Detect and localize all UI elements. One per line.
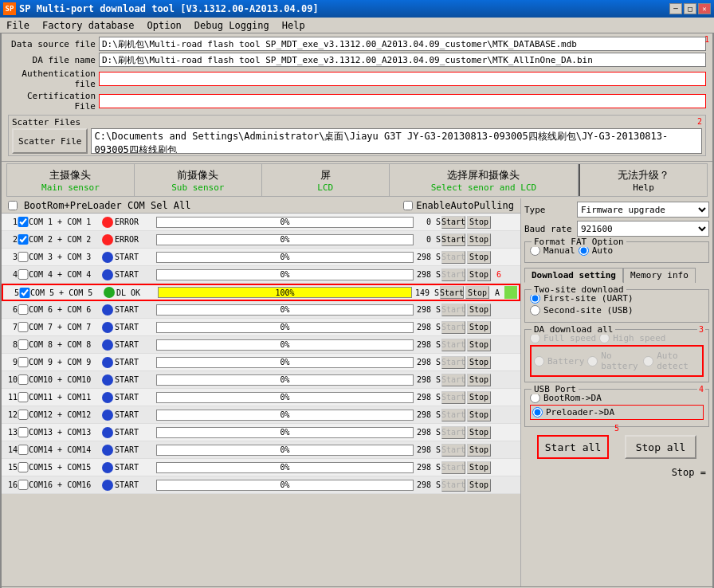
tab-select-sensor[interactable]: 选择屏和摄像头 Select senor and LCD [390, 164, 579, 196]
close-button[interactable]: ✕ [698, 3, 711, 14]
com-green-indicator [504, 286, 517, 299]
com-start-button[interactable]: Start [441, 216, 465, 229]
auto-detect-radio[interactable] [643, 356, 653, 367]
com-checkbox[interactable] [18, 252, 29, 262]
com-checkbox[interactable] [18, 357, 29, 367]
baud-select[interactable]: 921600 [577, 221, 709, 237]
table-row: 8 COM 8 + COM 8 START 0% 298 S Start Sto… [2, 336, 520, 354]
com-stop-button[interactable]: Stop [467, 269, 491, 281]
com-name: COM15 + COM15 [29, 463, 100, 472]
com-stop-button[interactable]: Stop [467, 409, 491, 421]
sub-sensor-en: Sub sensor [171, 182, 224, 193]
com-checkbox[interactable] [18, 339, 29, 350]
com-stop-button[interactable]: Stop [467, 339, 491, 351]
marker-2: 2 [697, 117, 702, 126]
second-site-radio[interactable] [530, 305, 540, 316]
com-dot [102, 234, 113, 245]
preloader-da-row: Preloader->DA [530, 405, 704, 420]
com-checkbox[interactable] [18, 304, 29, 315]
com-status: START [115, 253, 155, 261]
tab-help[interactable]: 无法升级？ Help [579, 164, 707, 196]
type-select[interactable]: Firmware upgrade [577, 202, 709, 218]
menu-debug[interactable]: Debug Logging [191, 18, 273, 33]
stop-all-button[interactable]: Stop all [625, 435, 696, 459]
row-num: 1 [3, 218, 18, 226]
menu-factory[interactable]: Factory database [39, 18, 138, 33]
com-time: 0 S [415, 235, 441, 244]
row-num: 5 [5, 288, 19, 297]
com-stop-button[interactable]: Stop [467, 461, 491, 474]
com-checkbox[interactable] [18, 410, 29, 420]
com-stop-button[interactable]: Stop [467, 233, 491, 246]
minimize-button[interactable]: ─ [669, 3, 682, 14]
com-stop-button[interactable]: Stop [467, 374, 491, 386]
no-battery-radio[interactable] [587, 356, 598, 367]
auth-file-input[interactable] [99, 72, 706, 86]
table-row: 14 COM14 + COM14 START 0% 298 S Start St… [2, 441, 520, 459]
tab-lcd[interactable]: 屏 LCD [262, 164, 390, 196]
com-checkbox[interactable] [18, 269, 29, 280]
com-indicator-empty [506, 374, 519, 386]
com-progress-text: 0% [157, 235, 413, 245]
com-start-button[interactable]: Start [441, 233, 465, 246]
com-status: START [115, 393, 155, 402]
com-dot [102, 322, 113, 333]
com-time: 298 S [415, 410, 441, 419]
marker-3: 3 [697, 325, 705, 334]
com-sel-all-checkbox[interactable] [8, 201, 18, 210]
com-stop-button[interactable]: Stop [467, 444, 491, 457]
menu-file[interactable]: File [3, 18, 33, 33]
com-checkbox[interactable] [18, 427, 29, 437]
com-stop-button[interactable]: Stop [467, 304, 491, 316]
scatter-file-button[interactable]: Scatter File [12, 128, 88, 154]
com-progress: 0% [156, 392, 414, 403]
menu-help[interactable]: Help [279, 18, 308, 33]
com-checkbox[interactable] [18, 445, 29, 455]
com-start-button: Start [441, 391, 465, 404]
scatter-input[interactable]: C:\Documents and Settings\Administrator\… [91, 128, 702, 154]
com-start-button: Start [441, 426, 465, 439]
com-table: 1 COM 1 + COM 1 ERROR 0% 0 S Start Stop … [2, 214, 520, 586]
com-checkbox[interactable] [18, 234, 29, 245]
com-checkbox[interactable] [18, 392, 29, 402]
enable-auto-pull-checkbox[interactable] [403, 201, 413, 210]
menu-option[interactable]: Option [144, 18, 185, 33]
com-checkbox[interactable] [18, 322, 29, 332]
com-stop-button[interactable]: Stop [465, 286, 489, 299]
com-stop-button[interactable]: Stop [467, 356, 491, 369]
com-stop-button[interactable]: Stop [467, 479, 491, 492]
com-stop-button[interactable]: Stop [467, 216, 491, 229]
tab-sub-sensor[interactable]: 前摄像头 Sub sensor [135, 164, 262, 196]
com-dot [102, 374, 113, 386]
com-stop-button[interactable]: Stop [467, 251, 491, 264]
com-stop-button[interactable]: Stop [467, 321, 491, 334]
com-checkbox[interactable] [19, 288, 30, 298]
com-dot [104, 287, 115, 298]
maximize-button[interactable]: □ [684, 3, 696, 14]
start-all-button[interactable]: Start all [537, 435, 609, 459]
data-source-input[interactable]: D:\刷机包\Multi-road flash tool SP_MDT_exe_… [99, 37, 706, 51]
dl-setting-tab[interactable]: Download setting [524, 268, 623, 283]
com-checkbox[interactable] [18, 374, 29, 385]
com-indicator-empty [506, 479, 519, 492]
com-progress: 0% [156, 217, 414, 228]
com-progress: 0% [156, 374, 414, 386]
action-buttons: 5 Start all Stop all [524, 432, 709, 462]
com-status: START [115, 463, 155, 472]
com-stop-button[interactable]: Stop [467, 391, 491, 404]
cert-file-input[interactable] [99, 94, 706, 108]
memory-info-tab[interactable]: Memory info [623, 268, 696, 283]
da-file-input[interactable]: D:\刷机包\Multi-road flash tool SP_MDT_exe_… [99, 53, 706, 67]
com-start-button: Start [441, 339, 465, 351]
preloader-da-radio[interactable] [532, 407, 543, 417]
com-progress-text: 0% [157, 410, 413, 420]
com-checkbox[interactable] [18, 462, 29, 472]
com-stop-button[interactable]: Stop [467, 426, 491, 439]
com-checkbox[interactable] [18, 480, 29, 490]
table-row: 12 COM12 + COM12 START 0% 298 S Start St… [2, 406, 520, 424]
com-start-button[interactable]: Start [440, 286, 464, 299]
battery-radio[interactable] [534, 356, 544, 367]
table-row: 5 COM 5 + COM 5 DL OK 100% 149 S Start S… [2, 284, 520, 301]
tab-main-sensor[interactable]: 主摄像头 Main sensor [7, 164, 135, 196]
com-checkbox[interactable] [18, 217, 29, 227]
